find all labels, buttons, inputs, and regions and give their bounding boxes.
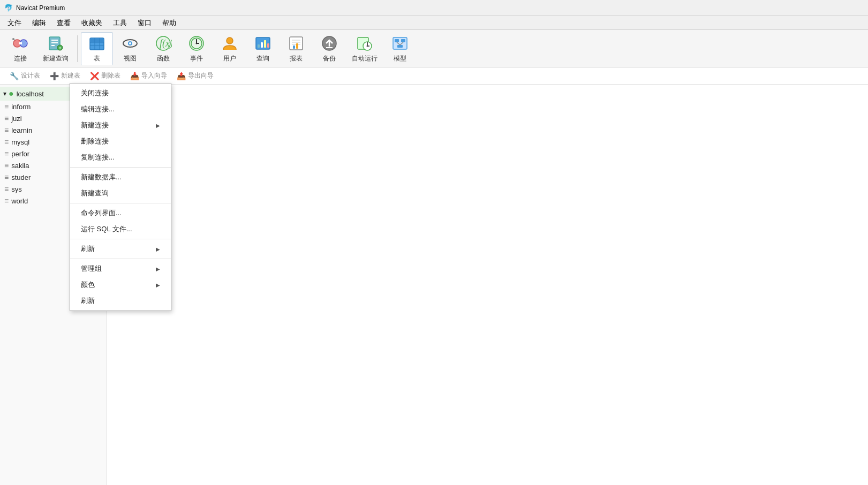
toolbar-btn-function[interactable]: f(x)函数 <box>147 32 179 65</box>
ctx-item-refresh[interactable]: 刷新▶ <box>70 241 171 257</box>
chevron-icon: ▾ <box>3 90 6 97</box>
toolbar-btn-label-new-query: 新建查询 <box>43 54 69 63</box>
ctx-item-new-db[interactable]: 新建数据库... <box>70 169 171 185</box>
ctx-arrow-new-conn: ▶ <box>156 123 160 128</box>
svg-rect-48 <box>395 39 399 42</box>
toolbar-btn-view[interactable]: 视图 <box>114 32 146 65</box>
db-icon: ≡ <box>4 138 9 146</box>
ctx-separator <box>70 167 171 168</box>
ctx-item-delete-conn[interactable]: 删除连接 <box>70 133 171 149</box>
import-wizard-icon: 📥 <box>130 72 139 80</box>
sub-btn-design-table[interactable]: 🔧设计表 <box>5 70 44 82</box>
svg-rect-2 <box>19 42 22 44</box>
toolbar-btn-label-connect: 连接 <box>14 54 27 63</box>
connect-icon <box>11 34 30 53</box>
menu-item-窗口[interactable]: 窗口 <box>132 16 157 29</box>
sub-btn-delete-table[interactable]: ❌删除表 <box>86 70 125 82</box>
toolbar-btn-user[interactable]: 用户 <box>214 32 246 65</box>
ctx-item-color[interactable]: 颜色▶ <box>70 277 171 293</box>
ctx-item-manage-group[interactable]: 管理组▶ <box>70 261 171 277</box>
context-menu: 关闭连接编辑连接...新建连接▶删除连接复制连接...新建数据库...新建查询命… <box>70 83 171 311</box>
ctx-arrow-refresh: ▶ <box>156 246 160 252</box>
menu-item-收藏夹[interactable]: 收藏夹 <box>76 16 108 29</box>
sub-btn-label-new-table: 新建表 <box>61 71 80 80</box>
toolbar-btn-query[interactable]: 查询 <box>247 32 279 65</box>
db-icon: ≡ <box>4 173 9 181</box>
svg-text:f(x): f(x) <box>160 38 172 49</box>
db-icon: ≡ <box>4 102 9 111</box>
svg-rect-29 <box>258 44 260 48</box>
sub-btn-label-delete-table: 删除表 <box>101 71 120 80</box>
toolbar-btn-table[interactable]: 表 <box>81 32 113 65</box>
toolbar-btn-event[interactable]: 事件 <box>180 32 213 65</box>
ctx-label-refresh: 刷新 <box>81 244 95 254</box>
svg-rect-37 <box>293 46 295 49</box>
ctx-item-edit-conn[interactable]: 编辑连接... <box>70 101 171 117</box>
ctx-item-run-sql[interactable]: 运行 SQL 文件... <box>70 221 171 237</box>
sub-btn-label-design-table: 设计表 <box>21 71 40 80</box>
ctx-item-refresh2[interactable]: 刷新 <box>70 293 171 309</box>
ctx-item-close-conn[interactable]: 关闭连接 <box>70 85 171 101</box>
sub-btn-label-export-wizard: 导出向导 <box>188 71 214 80</box>
report-icon <box>286 34 306 53</box>
toolbar-btn-label-model: 模型 <box>394 54 406 63</box>
ctx-label-new-conn: 新建连接 <box>81 120 109 130</box>
db-icon: ≡ <box>4 196 9 205</box>
connection-label: localhost <box>17 90 44 98</box>
ctx-label-new-query2: 新建查询 <box>81 188 109 198</box>
svg-point-46 <box>367 46 368 47</box>
ctx-item-copy-conn[interactable]: 复制连接... <box>70 149 171 165</box>
svg-point-19 <box>129 42 131 44</box>
ctx-label-delete-conn: 删除连接 <box>81 137 109 146</box>
toolbar-btn-label-table: 表 <box>94 54 100 63</box>
ctx-item-cmd-line[interactable]: 命令列界面... <box>70 205 171 221</box>
db-icon: ≡ <box>4 161 9 170</box>
toolbar-btn-label-view: 视图 <box>124 54 137 63</box>
toolbar-btn-backup[interactable]: 备份 <box>313 32 345 65</box>
svg-rect-50 <box>397 45 403 48</box>
ctx-label-close-conn: 关闭连接 <box>81 88 109 98</box>
ctx-item-new-conn[interactable]: 新建连接▶ <box>70 117 171 133</box>
ctx-label-copy-conn: 复制连接... <box>81 153 115 162</box>
toolbar-btn-report[interactable]: 报表 <box>280 32 312 65</box>
sub-toolbar: 🔧设计表➕新建表❌删除表📥导入向导📤导出向导 <box>0 67 868 85</box>
ctx-item-new-query2[interactable]: 新建查询 <box>70 185 171 201</box>
svg-point-4 <box>12 38 14 40</box>
ctx-arrow-manage-group: ▶ <box>156 266 160 272</box>
menu-item-工具[interactable]: 工具 <box>108 16 132 29</box>
ctx-arrow-color: ▶ <box>156 282 160 288</box>
toolbar-btn-label-autorun: 自动运行 <box>352 54 378 63</box>
sub-btn-export-wizard[interactable]: 📤导出向导 <box>172 70 218 82</box>
toolbar-btn-model[interactable]: 模型 <box>384 32 416 65</box>
model-icon <box>390 34 410 53</box>
toolbar-btn-connect[interactable]: 连接 <box>4 32 36 65</box>
menu-item-帮助[interactable]: 帮助 <box>157 16 182 29</box>
svg-point-27 <box>227 37 233 44</box>
ctx-label-color: 颜色 <box>81 280 95 290</box>
toolbar-btn-new-query[interactable]: +新建查询 <box>37 32 74 65</box>
backup-icon <box>320 34 339 53</box>
design-table-icon: 🔧 <box>10 72 19 80</box>
menu-item-查看[interactable]: 查看 <box>51 16 76 29</box>
svg-rect-31 <box>264 40 266 48</box>
svg-rect-38 <box>296 43 298 49</box>
db-icon: ≡ <box>4 149 9 158</box>
ctx-label-cmd-line: 命令列界面... <box>81 208 122 218</box>
event-icon <box>187 34 206 53</box>
ctx-separator <box>70 203 171 203</box>
ctx-label-run-sql: 运行 SQL 文件... <box>81 224 132 234</box>
toolbar-btn-label-report: 报表 <box>290 54 303 63</box>
ctx-label-edit-conn: 编辑连接... <box>81 104 115 114</box>
db-icon: ≡ <box>4 114 9 123</box>
ctx-separator <box>70 239 171 239</box>
toolbar-btn-autorun[interactable]: 自动运行 <box>346 32 383 65</box>
sub-btn-new-table[interactable]: ➕新建表 <box>46 70 85 82</box>
toolbar-btn-label-function: 函数 <box>157 54 170 63</box>
ctx-label-new-db: 新建数据库... <box>81 172 122 182</box>
new-table-icon: ➕ <box>50 72 59 80</box>
menu-item-编辑[interactable]: 编辑 <box>27 16 51 29</box>
toolbar-btn-label-backup: 备份 <box>323 54 336 63</box>
svg-rect-49 <box>401 39 405 42</box>
menu-item-文件[interactable]: 文件 <box>2 16 27 29</box>
sub-btn-import-wizard[interactable]: 📥导入向导 <box>126 70 171 82</box>
